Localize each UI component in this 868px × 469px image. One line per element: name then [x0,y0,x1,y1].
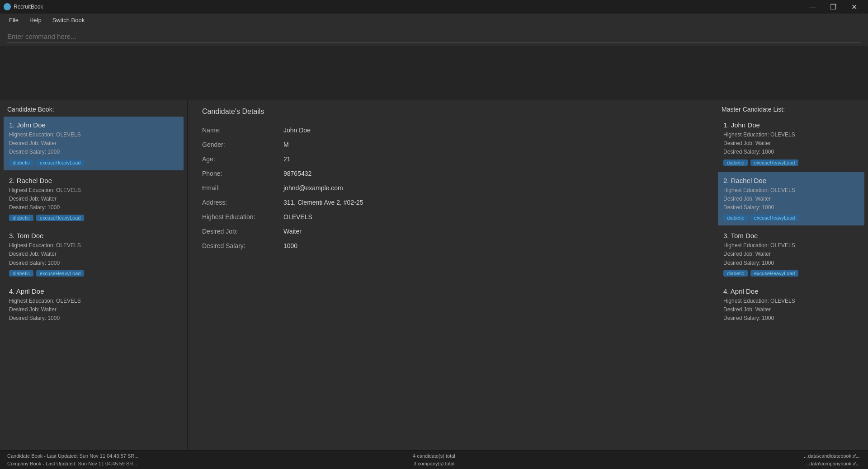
detail-label: Desired Salary: [202,242,283,249]
candidate-list: 1. John DoeHighest Education: OLEVELSDes… [0,117,187,450]
detail-row: Desired Job:Waiter [202,228,699,235]
detail-row: Age:21 [202,155,699,163]
candidate-name: 1. John Doe [9,121,178,129]
candidate-tags: diabeticexcuseHeavyLoad [9,215,178,221]
candidate-info: Highest Education: OLEVELSDesired Job: W… [723,241,859,267]
title-bar-left: RecruitBook [4,3,43,10]
tag-excuseHeavyLoad: excuseHeavyLoad [750,215,799,221]
detail-row: Email:johnd@example.com [202,184,699,192]
details-fields: Name:John DoeGender:MAge:21Phone:9876543… [202,127,699,249]
candidate-tags: diabeticexcuseHeavyLoad [723,159,859,166]
command-input[interactable] [7,31,861,42]
detail-value: John Doe [283,127,311,134]
close-button[interactable]: ✕ [844,0,864,14]
status-left: Candidate Book - Last Updated: Sun Nov 1… [7,452,292,467]
tag-excuseHeavyLoad: excuseHeavyLoad [750,159,799,166]
detail-value: M [283,141,289,148]
minimize-button[interactable]: — [802,0,823,14]
detail-row: Phone:98765432 [202,170,699,177]
tag-diabetic: diabetic [723,159,748,166]
status-bar: Candidate Book - Last Updated: Sun Nov 1… [0,450,868,469]
detail-value: 98765432 [283,170,311,177]
candidate-card-2[interactable]: 2. Rachel DoeHighest Education: OLEVELSD… [4,172,184,226]
candidate-name: 2. Rachel Doe [723,177,859,184]
output-area [0,46,868,100]
app-logo-icon [4,3,11,10]
detail-row: Name:John Doe [202,127,699,134]
detail-label: Age: [202,155,283,163]
menu-switch-book[interactable]: Switch Book [47,15,90,25]
candidate-tags: diabeticexcuseHeavyLoad [723,215,859,221]
detail-label: Phone: [202,170,283,177]
master-candidate-list: 1. John DoeHighest Education: OLEVELSDes… [714,117,868,450]
candidate-name: 1. John Doe [723,121,859,129]
detail-value: 1000 [283,242,297,249]
window-controls: — ❐ ✕ [802,0,864,14]
detail-row: Address:311, Clementi Ave 2, #02-25 [202,199,699,206]
tag-excuseHeavyLoad: excuseHeavyLoad [36,159,85,166]
tag-diabetic: diabetic [723,270,748,277]
candidate-name: 3. Tom Doe [723,232,859,239]
maximize-button[interactable]: ❐ [823,0,844,14]
tag-excuseHeavyLoad: excuseHeavyLoad [36,270,85,277]
candidate-card-3[interactable]: 3. Tom DoeHighest Education: OLEVELSDesi… [718,227,864,281]
candidate-info: Highest Education: OLEVELSDesired Job: W… [723,131,859,157]
candidate-card-1[interactable]: 1. John DoeHighest Education: OLEVELSDes… [718,117,864,170]
status-center: 4 candidate(s) total 3 company(s) total [292,452,576,467]
main-content: Candidate Book: 1. John DoeHighest Educa… [0,100,868,450]
candidate-info: Highest Education: OLEVELSDesired Job: W… [9,186,178,212]
detail-value: johnd@example.com [283,184,343,192]
master-list-panel: Master Candidate List: 1. John DoeHighes… [714,100,868,450]
command-area [0,27,868,46]
candidate-info: Highest Education: OLEVELSDesired Job: W… [9,241,178,267]
candidate-info: Highest Education: OLEVELSDesired Job: W… [723,297,859,323]
candidate-name: 4. April Doe [9,287,178,295]
title-bar: RecruitBook — ❐ ✕ [0,0,868,14]
tag-diabetic: diabetic [9,159,33,166]
menu-bar: File Help Switch Book [0,14,868,27]
detail-label: Highest Education: [202,213,283,220]
candidate-card-1[interactable]: 1. John DoeHighest Education: OLEVELSDes… [4,117,184,170]
detail-label: Desired Job: [202,228,283,235]
detail-row: Highest Education:OLEVELS [202,213,699,220]
candidate-card-3[interactable]: 3. Tom DoeHighest Education: OLEVELSDesi… [4,227,184,281]
detail-row: Desired Salary:1000 [202,242,699,249]
tag-diabetic: diabetic [9,270,33,277]
status-center-line2: 3 company(s) total [292,460,576,468]
detail-label: Address: [202,199,283,206]
candidate-name: 3. Tom Doe [9,232,178,239]
detail-label: Email: [202,184,283,192]
detail-label: Gender: [202,141,283,148]
status-right-line2: ...data\companybook.x\... [576,460,861,468]
candidate-card-2[interactable]: 2. Rachel DoeHighest Education: OLEVELSD… [718,172,864,226]
candidate-tags: diabeticexcuseHeavyLoad [723,270,859,277]
detail-value: Waiter [283,228,302,235]
detail-value: 21 [283,155,291,163]
status-left-line2: Company Book - Last Updated: Sun Nov 11 … [7,460,292,468]
tag-diabetic: diabetic [9,215,33,221]
details-title: Candidate's Details [202,108,699,116]
candidate-info: Highest Education: OLEVELSDesired Job: W… [9,131,178,157]
candidate-tags: diabeticexcuseHeavyLoad [9,270,178,277]
candidate-name: 2. Rachel Doe [9,177,178,184]
detail-value: 311, Clementi Ave 2, #02-25 [283,199,363,206]
master-list-title: Master Candidate List: [714,106,868,117]
candidate-info: Highest Education: OLEVELSDesired Job: W… [9,297,178,323]
candidate-name: 4. April Doe [723,287,859,295]
app-title: RecruitBook [14,4,43,10]
tag-excuseHeavyLoad: excuseHeavyLoad [750,270,799,277]
tag-diabetic: diabetic [723,215,748,221]
details-panel: Candidate's Details Name:John DoeGender:… [188,100,714,450]
status-left-line1: Candidate Book - Last Updated: Sun Nov 1… [7,452,292,460]
status-right: ...data\candidatebook.x\... ...data\comp… [576,452,861,467]
tag-excuseHeavyLoad: excuseHeavyLoad [36,215,85,221]
detail-row: Gender:M [202,141,699,148]
detail-value: OLEVELS [283,213,312,220]
candidate-tags: diabeticexcuseHeavyLoad [9,159,178,166]
candidate-card-4[interactable]: 4. April DoeHighest Education: OLEVELSDe… [4,283,184,328]
candidate-card-4[interactable]: 4. April DoeHighest Education: OLEVELSDe… [718,283,864,328]
detail-label: Name: [202,127,283,134]
menu-file[interactable]: File [4,15,24,25]
status-right-line1: ...data\candidatebook.x\... [576,452,861,460]
menu-help[interactable]: Help [24,15,47,25]
